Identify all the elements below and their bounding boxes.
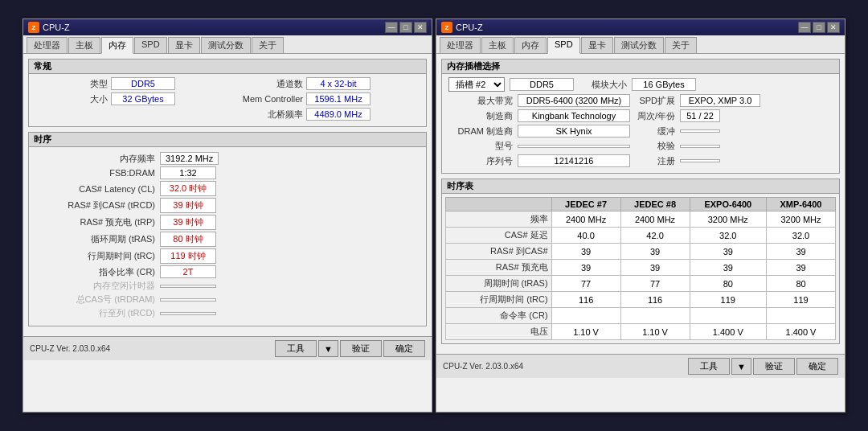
tab-gpu-1[interactable]: 显卡 xyxy=(168,37,200,53)
tools-arrow-2[interactable]: ▼ xyxy=(731,358,751,375)
size-label: 大小 xyxy=(35,93,108,105)
close-btn-1[interactable]: ✕ xyxy=(414,22,427,33)
tab-spd-1[interactable]: SPD xyxy=(134,37,167,53)
close-btn-2[interactable]: ✕ xyxy=(827,22,840,33)
timing-cell-7-2: 1.400 V xyxy=(690,324,766,340)
timing-row-9: 总CAS号 (tRDRAM) xyxy=(35,293,420,306)
window-controls-2: — □ ✕ xyxy=(798,22,840,33)
timing-cell-4-0: 77 xyxy=(551,276,620,292)
minimize-btn-2[interactable]: — xyxy=(798,22,811,33)
timing-content-1: 内存频率 3192.2 MHz FSB:DRAM 1:32 CAS# Laten… xyxy=(29,147,426,326)
tab-mainboard-2[interactable]: 主板 xyxy=(481,37,514,53)
type-value: DDR5 xyxy=(111,77,175,90)
timing-data-row-7: 电压 1.10 V 1.10 V 1.400 V 1.400 V xyxy=(446,324,836,340)
section-normal: 常规 类型 DDR5 大小 32 GBytes xyxy=(28,59,427,127)
type-label: 类型 xyxy=(35,78,108,90)
minimize-btn-1[interactable]: — xyxy=(385,22,398,33)
tab-memory-2[interactable]: 内存 xyxy=(514,37,547,53)
verify-btn-1[interactable]: 验证 xyxy=(340,340,382,357)
module-size-label: 模块大小 xyxy=(579,79,627,91)
timing-data-row-0: 频率 2400 MHz 2400 MHz 3200 MHz 3200 MHz xyxy=(446,211,836,228)
section-slot: 内存插槽选择 插槽 #2 DDR5 模块大小 16 GBytes 最大带宽 xyxy=(441,59,840,174)
serial-label: 序列号 xyxy=(448,155,513,167)
timing-value-8 xyxy=(160,285,216,288)
tools-arrow-1[interactable]: ▼ xyxy=(318,340,338,357)
slot-row-6: 序列号 12141216 注册 xyxy=(448,154,833,167)
spdext-value: EXPO, XMP 3.0 xyxy=(680,94,760,107)
timing-cell-4-3: 80 xyxy=(767,276,836,292)
window-spd: Z CPU-Z — □ ✕ 处理器 主板 内存 SPD 显卡 测试分数 关于 内… xyxy=(436,18,845,413)
tab-spd-2[interactable]: SPD xyxy=(547,37,580,54)
timing-value-5: 80 时钟 xyxy=(160,232,216,247)
tab-cpu-1[interactable]: 处理器 xyxy=(27,37,68,53)
timing-data-row-3: RAS# 预充电 39 39 39 39 xyxy=(446,260,836,276)
section-timing-1: 时序 内存频率 3192.2 MHz FSB:DRAM 1:32 CAS# La… xyxy=(28,132,427,326)
mfr-label: 制造商 xyxy=(448,110,513,122)
tab-mainboard-1[interactable]: 主板 xyxy=(68,37,100,53)
timing-table: JEDEC #7 JEDEC #8 EXPO-6400 XMP-6400 频率 … xyxy=(445,197,836,340)
timing-cell-6-0 xyxy=(551,308,620,324)
slot-dropdown[interactable]: 插槽 #2 xyxy=(448,77,505,92)
ok-btn-2[interactable]: 确定 xyxy=(796,358,838,375)
timing-row-label-3: RAS# 预充电 xyxy=(446,260,552,276)
timing-cell-3-1: 39 xyxy=(620,260,690,276)
app-icon-1: Z xyxy=(28,22,39,33)
weekyear-value: 51 / 22 xyxy=(680,109,720,122)
timing-row-1: FSB:DRAM 1:32 xyxy=(35,166,420,179)
title-left-2: Z CPU-Z xyxy=(441,22,483,33)
timing-cell-2-2: 39 xyxy=(690,244,766,260)
timing-cell-5-3: 119 xyxy=(767,292,836,308)
timing-cell-2-0: 39 xyxy=(551,244,620,260)
col-xmp-header: XMP-6400 xyxy=(767,198,836,211)
timing-title-1: 时序 xyxy=(29,133,426,147)
maximize-btn-2[interactable]: □ xyxy=(813,22,825,33)
timing-label-8: 内存空闲计时器 xyxy=(35,280,160,292)
timing-cell-1-1: 42.0 xyxy=(620,228,690,244)
timing-value-7: 2T xyxy=(160,265,216,278)
maximize-btn-1[interactable]: □ xyxy=(399,22,412,33)
timing-row-10: 行至列 (tRCD) xyxy=(35,307,420,319)
serial-value: 12141216 xyxy=(518,154,630,167)
tab-gpu-2[interactable]: 显卡 xyxy=(581,37,613,53)
tab-bench-1[interactable]: 测试分数 xyxy=(201,37,251,53)
bottom-bar-2: CPU-Z Ver. 2.03.0.x64 工具 ▼ 验证 确定 xyxy=(436,354,845,378)
ok-btn-1[interactable]: 确定 xyxy=(383,340,425,357)
northbridge-row: 北桥频率 4489.0 MHz xyxy=(231,108,420,121)
tab-bar-1: 处理器 主板 内存 SPD 显卡 测试分数 关于 xyxy=(23,35,432,54)
timing-header-row: JEDEC #7 JEDEC #8 EXPO-6400 XMP-6400 xyxy=(446,198,836,211)
slot-row-3: 制造商 Kingbank Technology 周次/年份 51 / 22 xyxy=(448,109,833,122)
window-controls-1: — □ ✕ xyxy=(385,22,427,33)
memctrl-row: Mem Controller 1596.1 MHz xyxy=(231,92,420,105)
drammfr-label: DRAM 制造商 xyxy=(448,125,513,138)
title-bar-1: Z CPU-Z — □ ✕ xyxy=(23,19,432,35)
col-label-header xyxy=(446,198,552,211)
northbridge-label: 北桥频率 xyxy=(231,109,303,121)
tools-btn-2[interactable]: 工具 xyxy=(688,358,730,375)
timing-label-9: 总CAS号 (tRDRAM) xyxy=(35,293,160,306)
tab-about-1[interactable]: 关于 xyxy=(252,37,284,53)
verify-btn-2[interactable]: 验证 xyxy=(753,358,795,375)
timing-cell-7-0: 1.10 V xyxy=(551,324,620,340)
register-value xyxy=(680,159,720,162)
timing-cell-6-2 xyxy=(690,308,766,324)
version-label-1: CPU-Z Ver. 2.03.0.x64 xyxy=(30,344,110,353)
tab-cpu-2[interactable]: 处理器 xyxy=(440,37,481,53)
col-jedec7-header: JEDEC #7 xyxy=(551,198,620,211)
version-label-2: CPU-Z Ver. 2.03.0.x64 xyxy=(443,362,523,371)
buffer-value xyxy=(680,129,720,133)
slot-row-1: 插槽 #2 DDR5 模块大小 16 GBytes xyxy=(448,77,833,92)
tab-memory-1[interactable]: 内存 xyxy=(101,37,133,54)
col-expo-header: EXPO-6400 xyxy=(690,198,766,211)
tab-bar-2: 处理器 主板 内存 SPD 显卡 测试分数 关于 xyxy=(436,35,845,54)
timing-row-label-2: RAS# 到CAS# xyxy=(446,244,552,260)
timing-cell-5-2: 119 xyxy=(690,292,766,308)
tools-btn-1[interactable]: 工具 xyxy=(275,340,317,357)
timing-row-label-1: CAS# 延迟 xyxy=(446,228,552,244)
timing-cell-6-3 xyxy=(767,308,836,324)
tab-bench-2[interactable]: 测试分数 xyxy=(614,37,664,53)
section-normal-title: 常规 xyxy=(29,60,426,74)
timing-cell-5-1: 116 xyxy=(620,292,690,308)
btn-group-1: 工具 ▼ 验证 确定 xyxy=(275,340,425,357)
timing-row-label-4: 周期时间 (tRAS) xyxy=(446,276,552,292)
tab-about-2[interactable]: 关于 xyxy=(665,37,697,53)
